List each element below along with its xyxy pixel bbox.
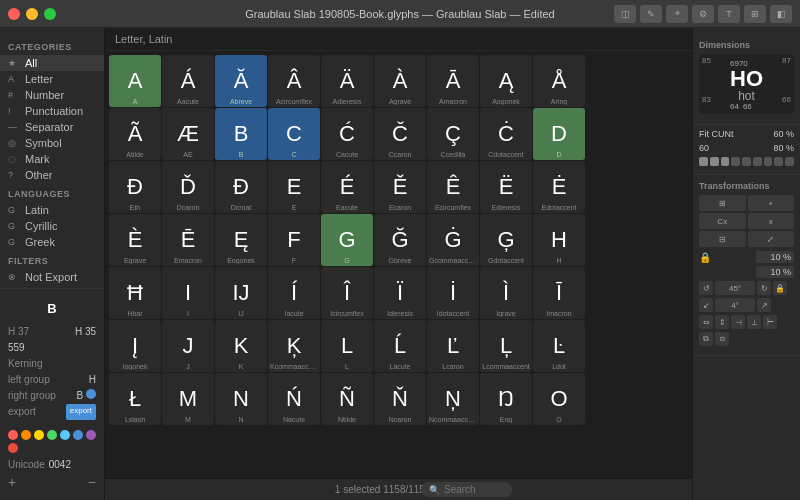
glyph-cell[interactable]: ÉEacute — [321, 161, 373, 213]
glyph-cell[interactable]: ŇNcaron — [374, 373, 426, 425]
paste-icon[interactable]: ⧈ — [715, 332, 729, 346]
glyph-cell[interactable]: LL — [321, 320, 373, 372]
glyph-cell[interactable]: CC — [268, 108, 320, 160]
transform-btn-1[interactable]: ⊞ — [699, 195, 746, 211]
sidebar-item-all[interactable]: ★ All — [0, 55, 104, 71]
glyph-cell[interactable]: EE — [268, 161, 320, 213]
rotate-lock-icon[interactable]: 🔒 — [773, 281, 787, 295]
glyph-cell[interactable]: ĎDcaron — [162, 161, 214, 213]
toolbar-icon-4[interactable]: ⚙ — [692, 5, 714, 23]
slant-left-icon[interactable]: ↙ — [699, 298, 713, 312]
toolbar-icon-6[interactable]: ⊞ — [744, 5, 766, 23]
glyph-cell[interactable] — [586, 320, 638, 372]
glyph-cell[interactable]: ĘEogonek — [215, 214, 267, 266]
glyph-cell[interactable]: FF — [268, 214, 320, 266]
color-dot-green[interactable] — [47, 430, 57, 440]
glyph-cell[interactable]: ĽLcaron — [427, 320, 479, 372]
glyph-cell[interactable]: MM — [162, 373, 214, 425]
glyph-cell[interactable]: OO — [533, 373, 585, 425]
slant-right-icon[interactable]: ↗ — [757, 298, 771, 312]
glyph-cell[interactable] — [639, 108, 691, 160]
transform-btn-4[interactable]: x — [748, 213, 795, 229]
sidebar-item-number[interactable]: # Number — [0, 87, 104, 103]
glyph-cell[interactable]: ĦHbar — [109, 267, 161, 319]
glyph-cell[interactable]: ÌIgrave — [480, 267, 532, 319]
glyph-cell[interactable]: ĀAmacron — [427, 55, 479, 107]
align-right-icon[interactable]: ⊢ — [763, 315, 777, 329]
rotate-ccw-icon[interactable]: ↺ — [699, 281, 713, 295]
minimize-button[interactable] — [26, 8, 38, 20]
glyph-cell[interactable]: ŊEng — [480, 373, 532, 425]
toolbar-icon-5[interactable]: T — [718, 5, 740, 23]
color-dot-yellow[interactable] — [34, 430, 44, 440]
glyph-cell[interactable]: II — [162, 267, 214, 319]
glyph-cell[interactable]: ĹLacute — [374, 320, 426, 372]
glyph-cell[interactable]: AA — [109, 55, 161, 107]
fc-dot-1[interactable] — [699, 157, 708, 166]
toolbar-icon-1[interactable]: ◫ — [614, 5, 636, 23]
toolbar-icon-3[interactable]: ⌖ — [666, 5, 688, 23]
fc-dot-8[interactable] — [774, 157, 783, 166]
glyph-cell[interactable]: ĚEcaron — [374, 161, 426, 213]
glyph-cell[interactable]: ÇCcedilla — [427, 108, 479, 160]
transform-btn-3[interactable]: Cx — [699, 213, 746, 229]
sidebar-item-symbol[interactable]: ◎ Symbol — [0, 135, 104, 151]
glyph-cell[interactable] — [639, 320, 691, 372]
glyph-cell[interactable]: İIdotaccent — [427, 267, 479, 319]
glyph-cell[interactable] — [639, 267, 691, 319]
lock-icon-1[interactable]: 🔒 — [699, 252, 711, 263]
flip-v-icon[interactable]: ⇕ — [715, 315, 729, 329]
glyph-cell[interactable] — [586, 214, 638, 266]
glyph-cell[interactable]: ËEdieresis — [480, 161, 532, 213]
glyph-cell[interactable]: ĊCdotaccent — [480, 108, 532, 160]
transform-btn-5[interactable]: ⊟ — [699, 231, 746, 247]
glyph-cell[interactable]: ÀAgrave — [374, 55, 426, 107]
sidebar-item-not-export[interactable]: ⊗ Not Export — [0, 269, 104, 285]
glyph-cell[interactable]: ĿLdot — [533, 320, 585, 372]
glyph-cell[interactable]: ÆAE — [162, 108, 214, 160]
search-input[interactable] — [444, 484, 504, 495]
add-icon[interactable]: + — [8, 474, 16, 490]
color-dot-cyan[interactable] — [60, 430, 70, 440]
sidebar-item-cyrillic[interactable]: G Cyrillic — [0, 218, 104, 234]
glyph-cell[interactable]: JJ — [162, 320, 214, 372]
glyph-cell[interactable]: ĒEmacron — [162, 214, 214, 266]
glyph-cell[interactable]: NN — [215, 373, 267, 425]
glyph-cell[interactable]: ÃAtilde — [109, 108, 161, 160]
fc-dot-6[interactable] — [753, 157, 762, 166]
glyph-cell[interactable]: ÎIcircumflex — [321, 267, 373, 319]
fc-dot-7[interactable] — [764, 157, 773, 166]
sidebar-item-latin[interactable]: G Latin — [0, 202, 104, 218]
glyph-cell[interactable] — [586, 55, 638, 107]
glyph-cell[interactable] — [586, 267, 638, 319]
glyph-cell[interactable] — [586, 373, 638, 425]
glyph-cell[interactable]: ĂAbreve — [215, 55, 267, 107]
glyph-cell[interactable]: ĖEdotaccent — [533, 161, 585, 213]
flip-h-icon[interactable]: ⇔ — [699, 315, 713, 329]
rotate-angle-input[interactable]: 45° — [715, 281, 755, 295]
color-dot-darkred[interactable] — [8, 443, 18, 453]
sidebar-item-letter[interactable]: A Letter — [0, 71, 104, 87]
glyph-cell[interactable]: ĪImacron — [533, 267, 585, 319]
glyph-cell[interactable]: ŁLslash — [109, 373, 161, 425]
glyph-cell[interactable]: ĞGbreve — [374, 214, 426, 266]
glyph-cell[interactable]: ČCcaron — [374, 108, 426, 160]
fc-dot-4[interactable] — [731, 157, 740, 166]
toolbar-icon-7[interactable]: ◧ — [770, 5, 792, 23]
color-dot-orange[interactable] — [21, 430, 31, 440]
copy-icon[interactable]: ⧉ — [699, 332, 713, 346]
color-dot-red[interactable] — [8, 430, 18, 440]
glyph-cell[interactable]: ĄAogonek — [480, 55, 532, 107]
transform-btn-6[interactable]: ⤢ — [748, 231, 795, 247]
remove-icon[interactable]: − — [88, 474, 96, 490]
align-left-icon[interactable]: ⊣ — [731, 315, 745, 329]
glyph-cell[interactable]: KK — [215, 320, 267, 372]
glyph-cell[interactable] — [639, 55, 691, 107]
sidebar-item-punctuation[interactable]: ! Punctuation — [0, 103, 104, 119]
sidebar-item-separator[interactable]: — Separator — [0, 119, 104, 135]
align-center-icon[interactable]: ⊥ — [747, 315, 761, 329]
maximize-button[interactable] — [44, 8, 56, 20]
glyph-cell[interactable] — [586, 161, 638, 213]
glyph-cell[interactable]: ĶKcommaaccent — [268, 320, 320, 372]
glyph-cell[interactable]: DD — [533, 108, 585, 160]
